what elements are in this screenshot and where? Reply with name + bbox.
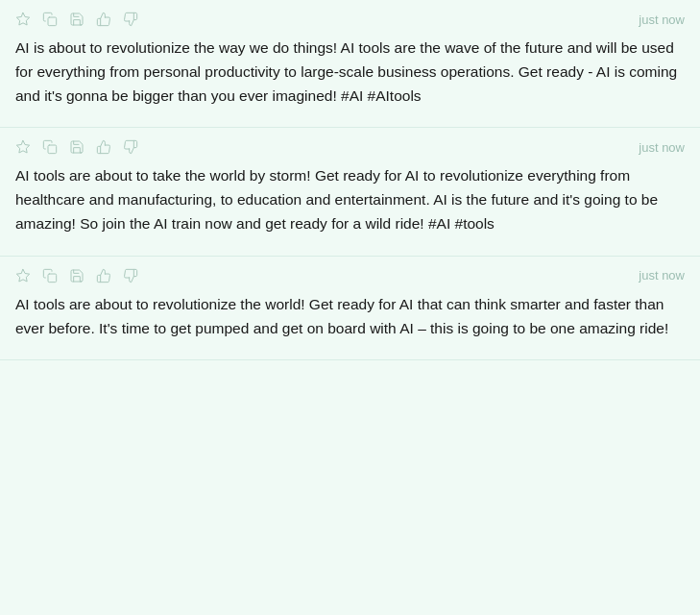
save-icon[interactable]: [69, 12, 84, 27]
svg-marker-2: [16, 141, 29, 154]
star-icon[interactable]: [15, 12, 31, 27]
thumbs-up-icon[interactable]: [96, 268, 111, 283]
card-3: just now AI tools are about to revolutio…: [0, 257, 700, 361]
card-text: AI tools are about to revolutionize the …: [15, 293, 685, 341]
timestamp: just now: [639, 12, 685, 27]
thumbs-up-icon[interactable]: [96, 139, 111, 155]
card-header: just now: [15, 268, 685, 283]
thumbs-down-icon[interactable]: [123, 268, 138, 283]
thumbs-down-icon[interactable]: [123, 139, 138, 155]
copy-icon[interactable]: [42, 268, 58, 283]
copy-icon[interactable]: [42, 139, 58, 155]
timestamp: just now: [639, 140, 685, 155]
card-header: just now: [15, 12, 685, 27]
card-text: AI is about to revolutionize the way we …: [15, 37, 685, 108]
svg-marker-0: [16, 12, 29, 25]
copy-icon[interactable]: [42, 12, 58, 27]
thumbs-down-icon[interactable]: [123, 12, 138, 27]
svg-rect-1: [48, 17, 57, 26]
card-actions: [15, 12, 138, 27]
card-header: just now: [15, 139, 685, 155]
timestamp: just now: [639, 268, 685, 283]
card-text: AI tools are about to take the world by …: [15, 164, 685, 235]
thumbs-up-icon[interactable]: [96, 12, 111, 27]
save-icon[interactable]: [69, 139, 84, 155]
card-actions: [15, 139, 138, 155]
card-2: just now AI tools are about to take the …: [0, 128, 700, 256]
svg-marker-4: [16, 269, 29, 282]
card-1: just now AI is about to revolutionize th…: [0, 0, 700, 128]
save-icon[interactable]: [69, 268, 84, 283]
svg-rect-5: [48, 274, 57, 283]
card-actions: [15, 268, 138, 283]
star-icon[interactable]: [15, 139, 31, 155]
svg-rect-3: [48, 145, 57, 154]
star-icon[interactable]: [15, 268, 31, 283]
